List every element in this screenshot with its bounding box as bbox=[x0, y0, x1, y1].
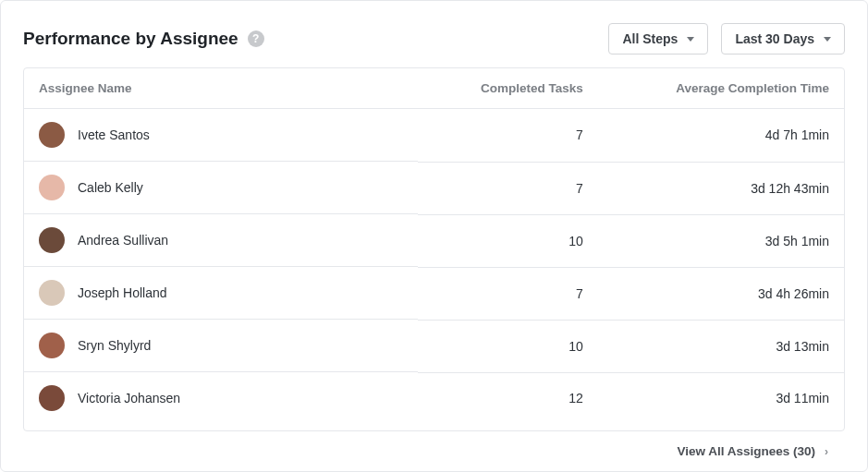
table-row[interactable]: Victoria Johansen123d 11min bbox=[24, 372, 844, 424]
table-row[interactable]: Ivete Santos74d 7h 1min bbox=[24, 109, 844, 163]
date-range-dropdown[interactable]: Last 30 Days bbox=[721, 23, 845, 54]
cell-assignee: Caleb Kelly bbox=[24, 162, 418, 214]
avatar bbox=[39, 385, 65, 411]
card-title: Performance by Assignee bbox=[23, 29, 238, 49]
avatar bbox=[39, 175, 65, 200]
table-container: Assignee Name Completed Tasks Average Co… bbox=[23, 67, 845, 431]
filter-group: All Steps Last 30 Days bbox=[608, 23, 845, 54]
view-all-link[interactable]: View All Assignees (30) › bbox=[677, 444, 828, 458]
steps-filter-label: All Steps bbox=[622, 31, 678, 46]
table-row[interactable]: Andrea Sullivan103d 5h 1min bbox=[24, 214, 844, 267]
assignee-name: Caleb Kelly bbox=[78, 180, 143, 195]
cell-avg-time: 3d 12h 43min bbox=[598, 162, 844, 214]
chevron-right-icon: › bbox=[825, 445, 828, 458]
assignee-name: Ivete Santos bbox=[78, 127, 150, 142]
avatar bbox=[39, 280, 65, 306]
cell-completed-tasks: 7 bbox=[418, 162, 598, 214]
assignee-name: Joseph Holland bbox=[78, 285, 167, 300]
cell-avg-time: 3d 13min bbox=[598, 320, 844, 372]
date-range-label: Last 30 Days bbox=[735, 31, 814, 46]
cell-avg-time: 3d 11min bbox=[598, 372, 844, 424]
cell-assignee: Andrea Sullivan bbox=[24, 214, 418, 267]
view-all-label: View All Assignees (30) bbox=[677, 444, 815, 458]
assignee-name: Victoria Johansen bbox=[78, 391, 180, 405]
avatar bbox=[39, 333, 65, 358]
help-icon[interactable]: ? bbox=[248, 30, 264, 47]
cell-completed-tasks: 10 bbox=[418, 214, 598, 267]
cell-assignee: Joseph Holland bbox=[24, 267, 418, 320]
table-scroll[interactable]: Assignee Name Completed Tasks Average Co… bbox=[24, 68, 844, 430]
table-row[interactable]: Sryn Shylyrd103d 13min bbox=[24, 320, 844, 372]
card-header: Performance by Assignee ? All Steps Last… bbox=[1, 1, 867, 67]
avatar bbox=[39, 227, 65, 253]
avatar bbox=[39, 122, 65, 148]
cell-completed-tasks: 10 bbox=[418, 320, 598, 372]
cell-completed-tasks: 7 bbox=[418, 109, 598, 163]
cell-completed-tasks: 7 bbox=[418, 267, 598, 320]
caret-down-icon bbox=[687, 37, 694, 42]
column-header-time[interactable]: Average Completion Time bbox=[598, 68, 844, 109]
cell-assignee: Victoria Johansen bbox=[24, 372, 418, 424]
cell-assignee: Ivete Santos bbox=[24, 109, 418, 162]
assignee-name: Sryn Shylyrd bbox=[78, 338, 151, 353]
title-wrap: Performance by Assignee ? bbox=[23, 29, 264, 49]
cell-avg-time: 3d 4h 26min bbox=[598, 267, 844, 320]
cell-assignee: Sryn Shylyrd bbox=[24, 320, 418, 372]
column-header-name[interactable]: Assignee Name bbox=[24, 68, 418, 109]
cell-avg-time: 3d 5h 1min bbox=[598, 214, 844, 267]
column-header-tasks[interactable]: Completed Tasks bbox=[418, 68, 598, 109]
card-footer: View All Assignees (30) › bbox=[1, 431, 867, 471]
table-row[interactable]: Caleb Kelly73d 12h 43min bbox=[24, 162, 844, 214]
cell-completed-tasks: 12 bbox=[418, 372, 598, 424]
assignee-name: Andrea Sullivan bbox=[78, 233, 168, 248]
caret-down-icon bbox=[824, 37, 831, 42]
cell-avg-time: 4d 7h 1min bbox=[598, 109, 844, 163]
steps-filter-dropdown[interactable]: All Steps bbox=[608, 23, 708, 54]
assignee-table: Assignee Name Completed Tasks Average Co… bbox=[24, 68, 844, 424]
table-row[interactable]: Joseph Holland73d 4h 26min bbox=[24, 267, 844, 320]
performance-card: Performance by Assignee ? All Steps Last… bbox=[0, 0, 868, 472]
